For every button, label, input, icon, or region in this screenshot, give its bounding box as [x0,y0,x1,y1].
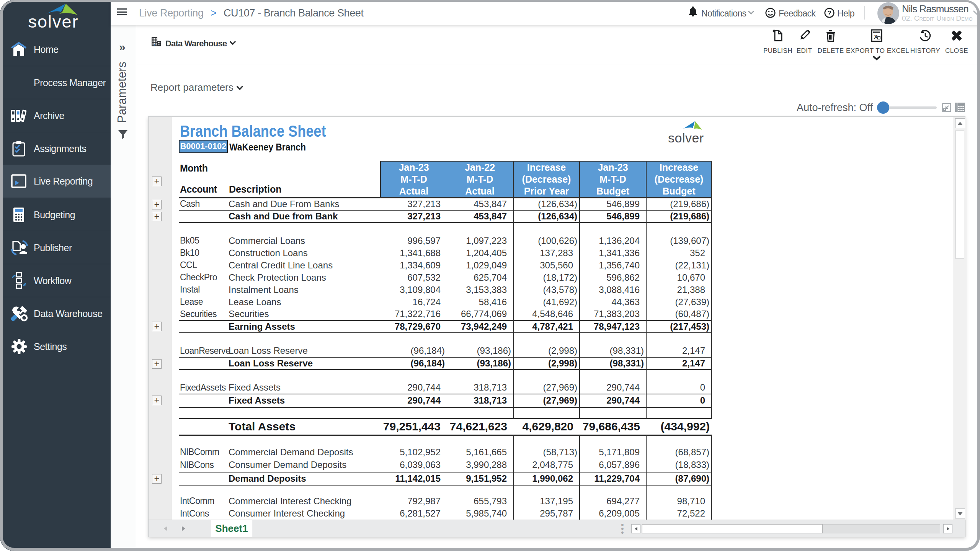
svg-text:?: ? [827,10,831,17]
svg-text:X: X [874,33,878,40]
